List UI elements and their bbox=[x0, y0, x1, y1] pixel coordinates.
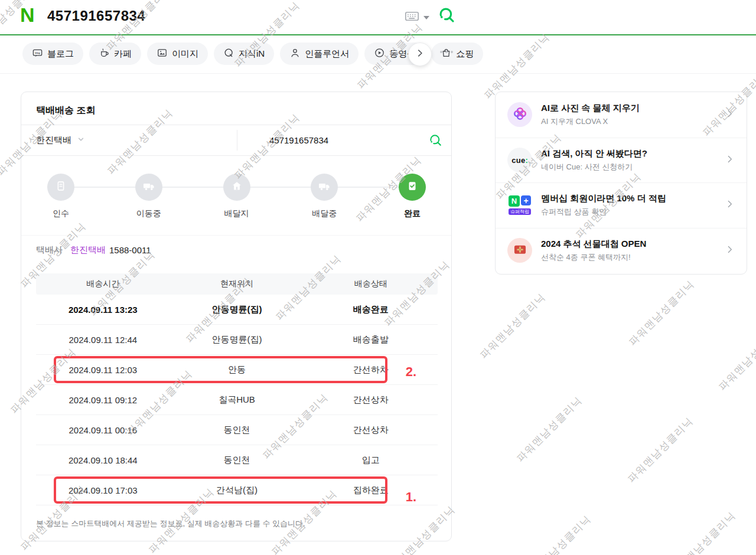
chevron-right-icon bbox=[725, 244, 735, 257]
search-input[interactable]: 457191657834 bbox=[47, 8, 145, 24]
tab-kin[interactable]: 지식iN bbox=[214, 43, 274, 65]
tab-cafe[interactable]: 카페 bbox=[89, 43, 141, 65]
tracking-card: 택배배송 조회 한진택배 457191657834 bbox=[21, 92, 452, 541]
cell-time: 2024.09.10 17:03 bbox=[36, 485, 170, 495]
keyboard-icon[interactable] bbox=[404, 8, 429, 27]
tab-blog[interactable]: blog블로그 bbox=[22, 43, 83, 65]
image-icon bbox=[157, 47, 168, 60]
courier-select-value: 한진택배 bbox=[36, 135, 71, 146]
gift-icon bbox=[512, 241, 528, 260]
tabs-scroll-button[interactable] bbox=[408, 43, 432, 66]
step-circle bbox=[223, 174, 250, 201]
naver-n-badge: N bbox=[509, 195, 520, 207]
suggestion-subtitle: 슈퍼적립 상품 확인 bbox=[541, 207, 720, 217]
gift-icon bbox=[507, 238, 532, 263]
more-icon bbox=[440, 51, 442, 53]
tracking-search-button[interactable] bbox=[429, 133, 443, 150]
watermark: 파워맨남성클리닉 bbox=[477, 290, 549, 362]
step-label: 배달중 bbox=[295, 208, 354, 219]
watermark: 파워맨남성클리닉 bbox=[716, 322, 756, 394]
highlight-number: 1. bbox=[406, 489, 416, 505]
step-delivering: 배달중 bbox=[295, 174, 354, 219]
page: N 457191657834 bbox=[0, 0, 756, 555]
step-in-transit: 이동중 bbox=[119, 174, 178, 219]
suggestion-title: 2024 추석 선물대첩 OPEN bbox=[541, 239, 720, 250]
tab-label: 블로그 bbox=[47, 48, 74, 60]
suggestion-item-membership[interactable]: N+슈퍼적립멤버십 회원이라면 10% 더 적립슈퍼적립 상품 확인 bbox=[496, 182, 747, 228]
step-circle bbox=[311, 174, 338, 201]
table-row: 2024.09.10 17:03간석남(집)집하완료1. bbox=[36, 475, 438, 505]
column-header: 배송상태 bbox=[304, 279, 438, 289]
step-circle bbox=[47, 174, 74, 201]
tracking-query-row: 한진택배 457191657834 bbox=[21, 125, 451, 155]
check-doc-icon bbox=[406, 179, 419, 195]
suggestion-item-chuseok-event[interactable]: 2024 추석 선물대첩 OPEN선착순 4종 쿠폰 혜택까지! bbox=[496, 228, 747, 273]
cell-status: 집하완료 bbox=[304, 485, 438, 496]
watermark: 파워맨남성클리닉 bbox=[514, 394, 585, 465]
chevron-right-icon bbox=[725, 109, 735, 121]
card-title: 택배배송 조회 bbox=[36, 105, 95, 117]
blog-icon: blog bbox=[32, 47, 43, 60]
svg-text:blog: blog bbox=[35, 51, 40, 54]
delivery-progress: 인수이동중배달지배달중완료 bbox=[21, 155, 451, 235]
suggestion-text: AI 검색, 아직 안 써봤다면?네이버 Cue: 사전 신청하기 bbox=[541, 148, 720, 172]
clova-x-icon bbox=[507, 102, 532, 127]
suggestion-item-clova-eraser[interactable]: AI로 사진 속 물체 지우기AI 지우개 CLOVA X bbox=[496, 92, 747, 138]
cell-location: 칠곡HUB bbox=[170, 394, 304, 406]
table-row: 2024.09.11 00:16동인천간선상차 bbox=[36, 415, 438, 445]
cell-location: 안동 bbox=[170, 364, 304, 376]
search-tab-bar: blog블로그카페이미지지식iN인플루언서동영상쇼핑 bbox=[0, 35, 756, 74]
cell-status: 배송출발 bbox=[304, 334, 438, 345]
tracking-number-input[interactable]: 457191657834 bbox=[269, 125, 328, 155]
suggestion-subtitle: 선착순 4종 쿠폰 혜택까지! bbox=[541, 252, 720, 263]
step-pickup: 인수 bbox=[31, 174, 90, 219]
step-label: 배달지 bbox=[207, 208, 266, 219]
search-header: N 457191657834 bbox=[0, 0, 756, 35]
receipt-icon bbox=[54, 179, 67, 195]
table-row: 2024.09.11 09:12칠곡HUB간선상차 bbox=[36, 385, 438, 415]
divider bbox=[237, 130, 237, 151]
shopping-icon bbox=[441, 47, 452, 60]
courier-label: 택배사 bbox=[36, 244, 63, 256]
home-icon bbox=[230, 179, 243, 195]
cell-status: 간선상차 bbox=[304, 425, 438, 436]
tab-label: 쇼핑 bbox=[456, 48, 474, 60]
cell-status: 입고 bbox=[304, 455, 438, 466]
truck-icon bbox=[142, 179, 156, 195]
cell-time: 2024.09.11 00:16 bbox=[36, 425, 170, 435]
cell-location: 안동명륜(집) bbox=[170, 334, 304, 345]
courier-select[interactable]: 한진택배 bbox=[36, 125, 85, 155]
naver-logo[interactable]: N bbox=[20, 4, 34, 27]
suggestion-title: AI 검색, 아직 안 써봤다면? bbox=[541, 148, 720, 159]
influencer-icon bbox=[289, 47, 301, 60]
cell-location: 간석남(집) bbox=[170, 485, 304, 496]
keyboard-glyph bbox=[404, 8, 420, 27]
suggestion-text: AI로 사진 속 물체 지우기AI 지우개 CLOVA X bbox=[541, 103, 720, 127]
search-button[interactable] bbox=[438, 6, 456, 27]
table-row: 2024.09.10 18:44동인천입고 bbox=[36, 445, 438, 475]
step-label: 인수 bbox=[31, 208, 90, 219]
watermark: 파워맨남성클리닉 bbox=[523, 512, 594, 555]
suggestion-panel: AI로 사진 속 물체 지우기AI 지우개 CLOVA Xcue:AI 검색, … bbox=[495, 92, 747, 275]
more-options-button[interactable] bbox=[440, 51, 453, 53]
membership-badge-top: N+ bbox=[507, 195, 532, 207]
suggestion-title: AI로 사진 속 물체 지우기 bbox=[541, 103, 720, 114]
tab-shopping[interactable]: 쇼핑 bbox=[431, 43, 483, 65]
divider bbox=[21, 235, 451, 236]
cue-text: cue bbox=[511, 156, 525, 165]
highlight-number: 2. bbox=[406, 364, 416, 380]
watermark: 파워맨남성클리닉 bbox=[626, 278, 698, 349]
suggestion-title: 멤버십 회원이라면 10% 더 적립 bbox=[541, 193, 720, 204]
suggestion-text: 2024 추석 선물대첩 OPEN선착순 4종 쿠폰 혜택까지! bbox=[541, 239, 720, 263]
courier-name-link[interactable]: 한진택배 bbox=[70, 244, 106, 256]
suggestion-item-cue-search[interactable]: cue:AI 검색, 아직 안 써봤다면?네이버 Cue: 사전 신청하기 bbox=[496, 138, 747, 183]
tab-influencer[interactable]: 인플루언서 bbox=[280, 43, 359, 65]
cell-status: 간선상차 bbox=[304, 394, 438, 406]
step-delivery-area: 배달지 bbox=[207, 174, 266, 219]
kin-icon bbox=[223, 47, 234, 60]
step-label: 이동중 bbox=[119, 208, 178, 219]
courier-info: 택배사 한진택배 1588-0011 bbox=[36, 241, 151, 259]
step-label: 완료 bbox=[383, 208, 442, 219]
tab-image[interactable]: 이미지 bbox=[147, 43, 208, 65]
plus-badge: + bbox=[521, 195, 531, 205]
